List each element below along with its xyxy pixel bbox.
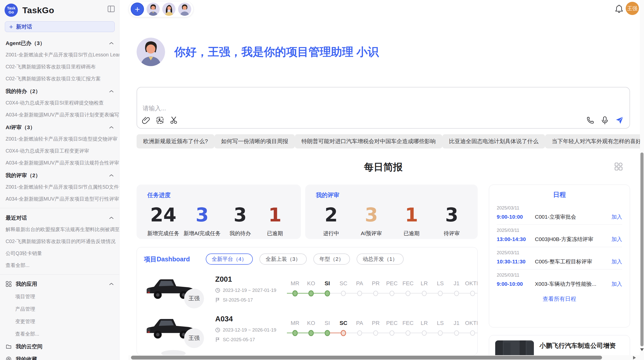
send-button[interactable] bbox=[615, 116, 624, 125]
schedule-event: 2025/03/11 9:00-10:00 X003-车辆动力学性能验... 加… bbox=[497, 269, 622, 292]
milestone-dot bbox=[292, 330, 298, 336]
sidebar-item-favorites[interactable]: 我的收藏 bbox=[0, 353, 119, 360]
section-header-agent-done[interactable]: Agent已办（3） bbox=[0, 37, 119, 49]
suggestion-chip[interactable]: 特朗普可能对进口汽车增税会对中国车企造成哪些影响 bbox=[295, 134, 442, 148]
suggestion-chip[interactable]: 欧洲新规最近颁布了什么? bbox=[137, 134, 214, 148]
sidebar-item-change-mgmt[interactable]: 变更管理 bbox=[0, 315, 119, 328]
sidebar: Task Go TaskGo + 新对话 Agent已办（3） Z001-全新燃… bbox=[0, 0, 120, 360]
tab-model-year[interactable]: 年型（2） bbox=[313, 253, 350, 265]
schedule-event: 2025/03/11 10:30-11:30 C005-整车工程目标评审 加入 bbox=[497, 247, 622, 269]
event-title: C003|H0B-方案冻结评审 bbox=[535, 236, 611, 243]
sidebar-item[interactable]: C02-飞腾新能源轻客改款项目立项汇报方案 bbox=[0, 73, 119, 85]
notifications-bell-icon[interactable] bbox=[615, 5, 623, 13]
horizontal-scrollbar-thumb[interactable] bbox=[131, 356, 602, 359]
join-link[interactable]: 加入 bbox=[611, 236, 622, 243]
project-dates: 2023-12-19 ~ 2027-01-19 bbox=[215, 288, 281, 293]
sidebar-item[interactable]: C0X4-动力总成开发项目工程变更评审 bbox=[0, 145, 119, 157]
milestone-j1: J1 bbox=[448, 280, 465, 297]
avatar[interactable] bbox=[147, 3, 160, 16]
milestone-dot bbox=[373, 331, 378, 336]
attach-file-button[interactable] bbox=[142, 116, 150, 124]
join-link[interactable]: 加入 bbox=[611, 280, 622, 288]
next-project-row-peek bbox=[161, 350, 186, 355]
sidebar-collapse-button[interactable] bbox=[108, 6, 115, 12]
suggestion-chip[interactable]: 比亚迪全固态电池计划具体说了什么 bbox=[442, 134, 545, 148]
milestone-dot bbox=[454, 331, 459, 336]
sidebar-item-my-apps[interactable]: 我的应用 bbox=[0, 278, 119, 290]
view-all-schedule-link[interactable]: 查看所有日程 bbox=[497, 295, 622, 303]
sidebar-item[interactable]: A034-全新新能源MUV产品开发项目法规符合性评审 bbox=[0, 157, 119, 169]
event-title: C001-立项审批会 bbox=[535, 213, 611, 220]
sidebar-item[interactable]: 解释最新出台的欧盟报废车法规再生塑料比例被调至15%... bbox=[0, 223, 119, 235]
milestone-oktb: OKTB bbox=[465, 320, 478, 337]
event-time: 10:30-11:30 bbox=[497, 259, 535, 265]
user-avatar[interactable]: 王强 bbox=[626, 2, 639, 15]
stat-review-overdue: 1 已逾期 bbox=[396, 205, 427, 237]
insert-image-button[interactable] bbox=[156, 116, 164, 124]
milestone-oktb: OKTB bbox=[465, 280, 478, 297]
user-name: 王强 bbox=[627, 5, 637, 12]
screenshot-button[interactable] bbox=[170, 116, 178, 125]
horizontal-scrollbar[interactable] bbox=[128, 355, 640, 360]
suggestion-chip[interactable]: 如何写一份清晰的项目周报 bbox=[214, 134, 295, 148]
view-all-apps[interactable]: 查看全部... bbox=[0, 328, 119, 340]
scissors-icon bbox=[170, 116, 178, 125]
sidebar-item[interactable]: A034-全新新能源MUV产品开发项目计划变更表编写 bbox=[0, 109, 119, 121]
sidebar-item[interactable]: C0X4-动力总成开发项目SI里程碑提交物检查 bbox=[0, 97, 119, 109]
milestone-track: MRKOSISCPAPRPECFECLRLSJ1OKTB bbox=[287, 280, 478, 297]
new-session-button[interactable]: + bbox=[131, 3, 144, 16]
microphone-button[interactable] bbox=[601, 116, 609, 125]
avatar[interactable] bbox=[162, 3, 175, 16]
sidebar-item-cloud-space[interactable]: 我的云空间 bbox=[0, 340, 119, 353]
briefing-layout-button[interactable] bbox=[614, 162, 623, 171]
section-header-recent-chats[interactable]: 最近对话 bbox=[0, 211, 119, 223]
sidebar-item[interactable]: A034-全新新能源MUV产品开发项目造型可行性评审 bbox=[0, 193, 119, 205]
new-chat-button[interactable]: + 新对话 bbox=[5, 21, 115, 32]
stat-new-ai-completed: 3 新增AI完成任务 bbox=[184, 205, 221, 237]
milestone-dot bbox=[438, 331, 443, 336]
join-link[interactable]: 加入 bbox=[611, 213, 622, 220]
chevron-up-icon bbox=[109, 217, 114, 219]
voice-call-button[interactable] bbox=[586, 116, 594, 124]
milestone-dot bbox=[373, 291, 378, 296]
view-all-recent[interactable]: 查看全部... bbox=[0, 259, 119, 271]
section-header-ai-review[interactable]: AI评审（3） bbox=[0, 121, 119, 133]
scroll-down-arrow-icon[interactable] bbox=[640, 348, 644, 351]
sidebar-item[interactable]: Z001-全新燃油皮卡产品开发项目SI节点Lesson Learn报告 bbox=[0, 49, 119, 61]
schedule-title: 日程 bbox=[497, 190, 622, 199]
sidebar-item-project-mgmt[interactable]: 项目管理 bbox=[0, 290, 119, 303]
join-link[interactable]: 加入 bbox=[611, 258, 622, 265]
sidebar-item[interactable]: C02-飞腾新能源轻客改款项目的闭环通告反馈情况 bbox=[0, 235, 119, 247]
chevron-up-icon bbox=[109, 283, 114, 285]
project-owner-badge: 王强 bbox=[184, 289, 204, 308]
project-thumbnail: 王强 bbox=[144, 313, 197, 344]
tab-new-body[interactable]: 全新上装（3） bbox=[259, 253, 307, 265]
sidebar-item[interactable]: 公司Q3轻卡销量 bbox=[0, 247, 119, 259]
sidebar-item-product-mgmt[interactable]: 产品管理 bbox=[0, 303, 119, 315]
section-header-my-todo[interactable]: 我的待办（2） bbox=[0, 85, 119, 97]
sidebar-item[interactable]: Z001-全新燃油轻卡产品开发项目SI造型提交物评审 bbox=[0, 133, 119, 145]
section-header-my-review[interactable]: 我的评审（2） bbox=[0, 169, 119, 181]
project-row[interactable]: 王强 A034 2023-12-19 ~ 2026-01-19 SC-2025-… bbox=[144, 313, 470, 344]
project-row[interactable]: 王强 Z001 2023-12-19 ~ 2027-01-19 SI-2025-… bbox=[144, 273, 470, 304]
event-date: 2025/03/11 bbox=[497, 273, 622, 278]
assistant-avatar-icon bbox=[137, 38, 165, 66]
milestone-dot bbox=[341, 291, 346, 296]
tab-new-platform[interactable]: 全新平台（4） bbox=[206, 253, 253, 265]
assistant-avatar bbox=[137, 38, 165, 66]
milestone-lr: LR bbox=[416, 280, 432, 297]
sidebar-item[interactable]: C02-飞腾新能源轻客改款项目里程碑画布 bbox=[0, 61, 119, 73]
task-progress-title: 任务进度 bbox=[147, 191, 290, 199]
vertical-scrollbar-thumb[interactable] bbox=[640, 153, 643, 346]
news-title: 小鹏飞行汽车制造公司增资 bbox=[539, 341, 630, 350]
milestone-dot bbox=[357, 291, 362, 296]
milestone-sc: SC bbox=[335, 320, 352, 337]
microphone-icon bbox=[601, 116, 609, 125]
message-composer[interactable]: 请输入... bbox=[137, 87, 630, 129]
chevron-up-icon bbox=[109, 174, 114, 177]
tab-powertrain[interactable]: 动总开发（1） bbox=[357, 253, 404, 265]
suggestion-chip[interactable]: 当下年轻人对汽车外观有怎样的喜好趋势 bbox=[545, 134, 644, 148]
avatar[interactable] bbox=[178, 3, 191, 16]
sidebar-item[interactable]: Z001-全新燃油轻卡产品开发项目SI节点属性5D文件评审 bbox=[0, 181, 119, 193]
scroll-right-arrow-icon[interactable] bbox=[633, 356, 636, 359]
